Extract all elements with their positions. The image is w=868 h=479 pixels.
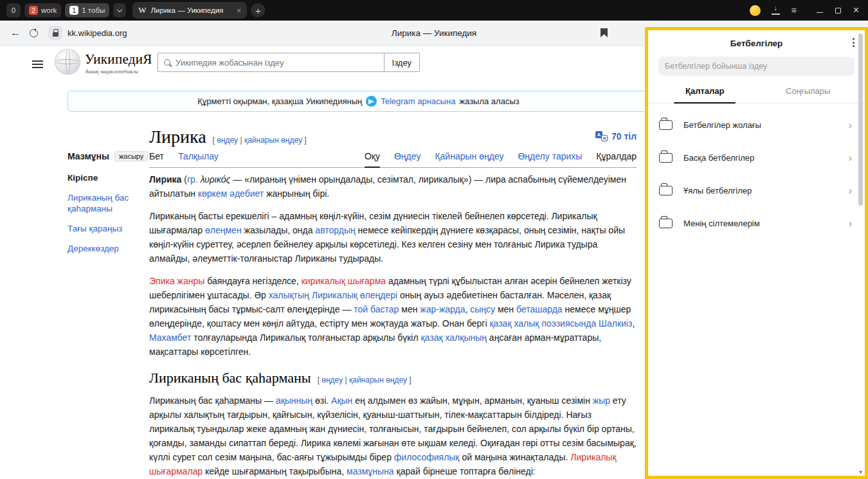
restore-icon[interactable] (835, 8, 841, 14)
chevron-right-icon: › (849, 152, 852, 164)
toc-item-see-also[interactable]: Тағы қараңыз (68, 223, 145, 234)
bookmark-flag-icon[interactable] (601, 28, 608, 37)
wikipedia-wordmark[interactable]: УикипедиЯ Ашық энциклопедиясы (85, 51, 152, 75)
main-menu-button[interactable] (32, 59, 43, 70)
article-body: Лирика (гр. λυρικός — «лираның үнімен ор… (149, 172, 637, 479)
edit-source-link[interactable]: қайнарын өңдеу (244, 136, 302, 145)
folder-item-my-links[interactable]: Менің сілтемелерім › (648, 207, 865, 240)
edit-links: [ өңдеу | қайнарын өңдеу ] (213, 136, 307, 145)
edit-links: [ өңдеу | қайнарын өңдеу ] (318, 373, 411, 387)
bookmarks-tabs: Қалталар Соңғылары (648, 86, 865, 104)
wiki-link[interactable]: гр. (187, 174, 198, 185)
wiki-link[interactable]: жыр (593, 395, 610, 406)
wiki-link[interactable]: беташарда (516, 304, 563, 314)
toc-item-hero[interactable]: Лириканың бас қаһарманы (68, 192, 145, 214)
text-segment: ( (181, 174, 187, 185)
scrollbar-thumb[interactable] (858, 33, 863, 206)
folder-label: Менің сілтемелерім (683, 219, 760, 228)
tab-group-count-badge: 2 (29, 6, 38, 15)
tab-close-icon[interactable]: × (237, 6, 242, 15)
telegram-link[interactable]: Telegram арнасына (381, 96, 455, 106)
page-tabs: Бет Талқылау Оқу Өңдеу Қайнарын өңдеу Өң… (149, 151, 637, 168)
wiki-link[interactable]: Лирикалық өлеңдері (312, 290, 397, 300)
minimize-icon[interactable] (817, 12, 823, 14)
tab-group-chevron-button[interactable] (113, 3, 126, 17)
tab-group-collapsed[interactable]: 0 (6, 3, 21, 17)
tab-read[interactable]: Оқу (365, 151, 380, 168)
wiki-link[interactable]: Ақын (331, 395, 352, 406)
address-text[interactable]: kk.wikipedia.org (68, 28, 127, 38)
wiki-link[interactable]: автордың (315, 225, 355, 235)
tab-talk[interactable]: Талқылау (178, 151, 219, 167)
wiki-link[interactable]: философиялық (394, 452, 460, 462)
bookmarks-search-input[interactable] (665, 62, 848, 71)
wiki-link[interactable]: мазмұнына (347, 466, 394, 476)
downloads-icon[interactable] (772, 6, 780, 15)
search-input[interactable] (176, 58, 378, 68)
tab-folders[interactable]: Қалталар (653, 86, 757, 103)
search-input-wrap[interactable] (158, 53, 384, 72)
toc-item-intro[interactable]: Кіріспе (68, 172, 145, 183)
search-icon (164, 59, 170, 66)
red-link[interactable]: кирикалық шығарма (302, 276, 386, 286)
wiki-link[interactable]: қазақ халқының (420, 332, 486, 343)
text-segment: жазылады, онда (242, 225, 316, 235)
wiki-link[interactable]: Махамбет (149, 332, 191, 343)
lock-badge[interactable] (48, 26, 62, 40)
telegram-icon (366, 96, 377, 107)
wiki-link[interactable]: халықтың (269, 290, 309, 300)
folder-item-other-bookmarks[interactable]: Басқа бетбелгілер › (648, 141, 865, 174)
article-title: Лирика (149, 127, 206, 147)
tab-group-toby[interactable]: 1 1 тобы (65, 3, 109, 17)
toc-item-references[interactable]: Дереккөздер (68, 243, 145, 254)
profile-avatar-icon[interactable] (750, 5, 761, 16)
wiki-link[interactable]: ақынның (276, 395, 312, 406)
tab-group-work[interactable]: 2 work (24, 3, 61, 17)
scroll-down-icon[interactable]: ▾ (856, 469, 865, 475)
language-selector[interactable]: 70 тіл (595, 131, 637, 141)
chevron-down-icon (117, 6, 122, 12)
edit-link[interactable]: өңдеу (321, 375, 343, 384)
folder-item-bookmarks-bar[interactable]: Бетбелгілер жолағы › (648, 109, 865, 141)
folder-item-mobile-bookmarks[interactable]: Ұялы бетбелгілер › (648, 174, 865, 207)
toc-hide-button[interactable]: жасыру (114, 151, 148, 161)
text-segment: өзі. (312, 395, 331, 406)
toc-title: Мазмұны (68, 151, 109, 161)
tab-page[interactable]: Бет (149, 151, 164, 167)
toc-header: Мазмұны жасыру (68, 151, 145, 161)
text-segment: жанрының бірі. (264, 188, 329, 199)
wiki-link[interactable]: той бастар (354, 304, 399, 314)
section-title: Лириканың бас қаһарманы (149, 371, 311, 385)
tab-history[interactable]: Өңделу тарихы (518, 151, 582, 167)
edit-link[interactable]: өңдеу (217, 136, 238, 145)
browser-menu-icon[interactable]: ≡ (791, 6, 796, 15)
wiki-link[interactable]: жар-жарда (420, 304, 465, 314)
search-button[interactable]: Іздеу (384, 53, 420, 72)
reload-button[interactable] (30, 29, 38, 37)
active-browser-tab[interactable]: W Лирика — Уикипедия × (132, 2, 247, 19)
edit-source-link[interactable]: қайнарын өңдеу (349, 375, 407, 384)
bookmarks-header: Бетбелгілер (648, 32, 865, 54)
wikipedia-logo[interactable] (55, 49, 80, 75)
tab-tools[interactable]: Құралдар (596, 151, 637, 167)
tab-edit[interactable]: Өңдеу (394, 151, 420, 167)
page-tabs-right: Оқу Өңдеу Қайнарын өңдеу Өңделу тарихы Қ… (365, 151, 637, 167)
tab-bar: 0 2 work 1 1 тобы W Лирика — Уикипедия ×… (0, 0, 868, 21)
scrollbar[interactable]: ▾ (856, 30, 865, 476)
red-link[interactable]: Эпика жанры (149, 276, 204, 286)
wiki-link[interactable]: өлеңмен (205, 225, 242, 235)
back-button[interactable]: ← (10, 27, 30, 39)
wiki-link[interactable]: сыңсу (470, 304, 495, 314)
wiki-link[interactable]: қазақ халық поэзиясында (489, 318, 596, 329)
wiki-link[interactable]: Шалкиіз (599, 318, 632, 329)
bookmarks-search[interactable] (658, 57, 854, 76)
tab-group-label: work (41, 6, 57, 14)
window-close-icon[interactable]: × (853, 5, 859, 15)
address-bar[interactable]: kk.wikipedia.org (48, 26, 127, 40)
wiki-link[interactable]: көркем әдебиет (198, 188, 264, 199)
more-vertical-icon[interactable] (853, 38, 854, 47)
tab-edit-source[interactable]: Қайнарын өңдеу (435, 151, 503, 167)
new-tab-button[interactable]: + (251, 3, 265, 17)
tab-recent[interactable]: Соңғылары (757, 86, 860, 103)
lock-icon (53, 32, 59, 37)
